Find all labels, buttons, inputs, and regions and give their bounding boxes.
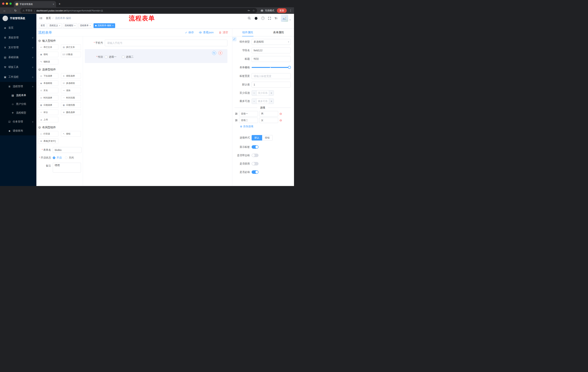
palette-item-rate[interactable]: ☆评分 bbox=[38, 110, 58, 115]
label-width-input[interactable] bbox=[252, 73, 291, 79]
field-name-input[interactable] bbox=[252, 47, 291, 53]
sidebar-item-user-group[interactable]: ☺ 用户分组 bbox=[0, 100, 36, 108]
close-icon[interactable]: × bbox=[112, 24, 114, 27]
option1-value-input[interactable] bbox=[259, 111, 278, 117]
address-bar[interactable]: ⚠ 不安全 | dashboard.yudao.iocoder.cn/bpm/m… bbox=[20, 8, 257, 13]
palette-item-dropdown[interactable]: ◎下拉选择 bbox=[38, 73, 58, 79]
form-name-input[interactable] bbox=[53, 147, 82, 153]
minimize-window-button[interactable] bbox=[6, 2, 8, 5]
palette-item-counter[interactable]: 123计数器 bbox=[61, 52, 81, 57]
palette-item-row-container[interactable]: ▢行容器 bbox=[38, 131, 58, 137]
tab-form-props[interactable]: 表单属性 bbox=[263, 29, 294, 36]
sidebar-item-process-management[interactable]: ≣ 流程管理 ∧ bbox=[0, 82, 36, 91]
style-default-button[interactable]: 默认 bbox=[252, 135, 262, 140]
status-on-radio[interactable] bbox=[53, 157, 55, 159]
view-json-button[interactable]: 查看json bbox=[199, 31, 214, 34]
option2-value-input[interactable] bbox=[259, 117, 278, 123]
palette-item-switch[interactable]: ⊙开关 bbox=[38, 88, 58, 93]
palette-item-password[interactable]: ▣密码 bbox=[38, 52, 58, 57]
gender-option1-label[interactable]: 选项一 bbox=[109, 55, 116, 59]
increase-icon[interactable]: + bbox=[269, 90, 274, 96]
palette-item-checkbox-group[interactable]: ☑多选框组 bbox=[61, 80, 81, 86]
close-window-button[interactable] bbox=[2, 2, 4, 5]
palette-item-slider[interactable]: ⊸滑块 bbox=[61, 88, 81, 93]
status-off-label[interactable]: 关闭 bbox=[69, 156, 74, 159]
status-on-label[interactable]: 开启 bbox=[57, 156, 62, 159]
gender-field-row[interactable]: 性别 选项一 选项二 bbox=[85, 49, 227, 63]
gender-option1-checkbox[interactable] bbox=[105, 56, 107, 58]
update-button[interactable]: 更新 bbox=[277, 8, 287, 13]
max-select-stepper[interactable]: − 最多可选 + bbox=[252, 98, 274, 104]
increase-icon[interactable]: + bbox=[269, 99, 274, 104]
help-icon[interactable]: ? bbox=[261, 17, 264, 20]
disabled-switch[interactable] bbox=[252, 162, 259, 165]
sidebar-fold-icon[interactable] bbox=[39, 17, 42, 20]
close-icon[interactable]: × bbox=[74, 24, 75, 27]
palette-item-single-text[interactable]: ▭单行文本 bbox=[38, 44, 58, 50]
palette-item-color-picker[interactable]: ⊛颜色选择 bbox=[61, 110, 81, 115]
zoom-window-button[interactable] bbox=[10, 2, 12, 5]
link-icon[interactable] bbox=[232, 37, 236, 41]
delete-component-button[interactable] bbox=[218, 51, 222, 55]
sidebar-item-task-management[interactable]: ☑ 任务管理 ∨ bbox=[0, 117, 36, 126]
sidebar-item-devtools[interactable]: ⚒ 研发工具 ∨ bbox=[0, 62, 36, 72]
close-icon[interactable]: × bbox=[59, 24, 60, 27]
fullscreen-icon[interactable] bbox=[268, 17, 271, 20]
tag-home[interactable]: 首页 bbox=[39, 23, 47, 28]
min-select-stepper[interactable]: − 至少应选 + bbox=[252, 90, 274, 96]
browser-menu-icon[interactable]: ⋮ bbox=[289, 9, 292, 12]
palette-item-time-picker[interactable]: ◷时间选择 bbox=[38, 95, 58, 100]
remove-option-icon[interactable]: ⊖ bbox=[279, 112, 282, 115]
password-key-icon[interactable] bbox=[247, 9, 250, 12]
required-switch[interactable] bbox=[252, 170, 259, 174]
status-off-radio[interactable] bbox=[65, 157, 67, 159]
browser-tab[interactable]: 芋道管理系统 × bbox=[14, 1, 56, 7]
phone-input[interactable] bbox=[105, 40, 227, 46]
palette-item-radio-group[interactable]: ◉单选框组 bbox=[38, 80, 58, 86]
min-select-value[interactable]: 至少应选 bbox=[257, 90, 269, 96]
decrease-icon[interactable]: − bbox=[252, 90, 257, 96]
add-option-button[interactable]: ⊕ 添加选项 bbox=[240, 125, 291, 128]
option2-label-input[interactable] bbox=[239, 117, 258, 123]
sidebar-item-leave-query[interactable]: ☻ 请假查询 bbox=[0, 126, 36, 135]
forward-button[interactable]: → bbox=[8, 9, 12, 12]
palette-item-upload[interactable]: ☁上传 bbox=[38, 117, 58, 122]
sidebar-item-process-model[interactable]: ✈ 流程模型 bbox=[0, 108, 36, 117]
reload-button[interactable]: ↻ bbox=[13, 9, 18, 12]
tag-process-form-edit[interactable]: 流程表单-编辑 × bbox=[94, 23, 115, 28]
palette-item-cascader[interactable]: ⋔级联选择 bbox=[61, 73, 81, 79]
copy-component-button[interactable] bbox=[212, 51, 216, 55]
font-size-icon[interactable]: TT bbox=[274, 17, 277, 20]
phone-field-row[interactable]: 手机号 bbox=[85, 40, 227, 46]
palette-item-date-range[interactable]: ▦日期范围 bbox=[61, 102, 81, 108]
style-button-button[interactable]: 按钮 bbox=[262, 135, 273, 140]
form-canvas[interactable]: 手机号 bbox=[83, 36, 232, 186]
grid-slider[interactable] bbox=[252, 65, 291, 70]
show-label-switch[interactable] bbox=[252, 145, 259, 149]
option1-label-input[interactable] bbox=[239, 111, 258, 117]
palette-item-time-range[interactable]: ◔时间范围 bbox=[61, 95, 81, 100]
new-tab-button[interactable]: + bbox=[59, 1, 61, 7]
drag-handle-icon[interactable] bbox=[235, 112, 238, 115]
avatar-caret-icon[interactable]: ∨ bbox=[289, 19, 291, 21]
github-icon[interactable] bbox=[254, 17, 258, 20]
border-switch[interactable] bbox=[252, 154, 259, 157]
decrease-icon[interactable]: − bbox=[252, 99, 257, 104]
palette-item-multi-text[interactable]: ▤多行文本 bbox=[61, 44, 81, 50]
palette-item-button[interactable]: ↖按钮 bbox=[61, 131, 81, 137]
tag-process-model[interactable]: 流程模型 × bbox=[63, 23, 77, 28]
sidebar-item-process-form[interactable]: ▤ 流程表单 bbox=[0, 91, 36, 100]
gender-option2-checkbox[interactable] bbox=[122, 56, 125, 58]
sidebar-item-workflow[interactable]: ▣ 工作流程 ∧ bbox=[0, 72, 36, 82]
max-select-value[interactable]: 最多可选 bbox=[257, 99, 269, 104]
clear-button[interactable]: 清空 bbox=[219, 31, 228, 34]
back-button[interactable]: ← bbox=[2, 9, 7, 12]
component-type-select[interactable]: 多选框组 ▾ bbox=[252, 39, 291, 45]
sidebar-item-payment[interactable]: ¥ 支付管理 ∨ bbox=[0, 43, 36, 53]
remove-option-icon[interactable]: ⊖ bbox=[279, 119, 282, 122]
tag-process-form[interactable]: 流程表单 × bbox=[78, 23, 92, 28]
close-icon[interactable]: × bbox=[90, 24, 91, 27]
palette-item-editor[interactable]: ✎编辑器 bbox=[38, 59, 58, 64]
gender-option2-label[interactable]: 选项二 bbox=[126, 55, 134, 59]
palette-item-date-picker[interactable]: ▦日期选择 bbox=[38, 102, 58, 108]
